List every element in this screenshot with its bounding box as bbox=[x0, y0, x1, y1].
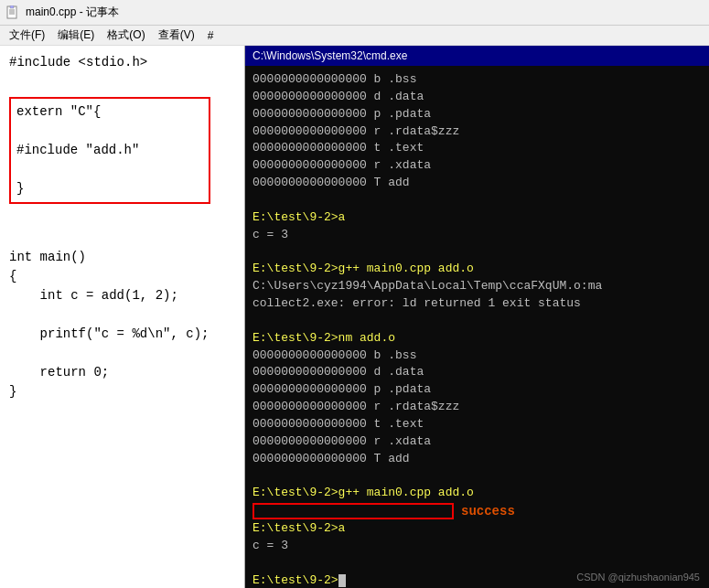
watermark: CSDN @qizhushaonian945 bbox=[576, 572, 700, 583]
term-cmd-gpp1: E:\test\9-2>g++ main0.cpp add.o bbox=[252, 261, 702, 278]
success-highlight-box bbox=[252, 503, 454, 519]
code-extern-open: extern "C"{ bbox=[16, 102, 203, 122]
title-bar: main0.cpp - 记事本 bbox=[0, 0, 709, 26]
terminal-title-bar: C:\Windows\System32\cmd.exe bbox=[245, 46, 709, 66]
term-cmd-a1: E:\test\9-2>a bbox=[252, 209, 702, 227]
term-add-2: 0000000000000000 T add bbox=[252, 451, 702, 468]
term-add-1: 0000000000000000 T add bbox=[252, 175, 702, 192]
code-return: return 0; bbox=[9, 363, 235, 382]
term-bss-1: 0000000000000000 b .bss bbox=[252, 71, 702, 89]
code-include-stdio: #include <stdio.h> bbox=[9, 53, 235, 72]
main-area: #include <stdio.h> extern "C"{ #include … bbox=[0, 46, 709, 588]
menu-file[interactable]: 文件(F) bbox=[4, 27, 50, 44]
menu-view[interactable]: 查看(V) bbox=[153, 27, 200, 44]
term-blank-5 bbox=[252, 555, 702, 572]
term-blank-2 bbox=[252, 243, 702, 261]
term-data-1: 0000000000000000 d .data bbox=[252, 89, 702, 106]
term-c3-2: c = 3 bbox=[252, 538, 702, 555]
code-brace-open: { bbox=[9, 267, 235, 286]
terminal-wrapper: C:\Windows\System32\cmd.exe 000000000000… bbox=[245, 46, 709, 588]
term-xdata-2: 0000000000000000 r .xdata bbox=[252, 433, 702, 451]
term-rdata-1: 0000000000000000 r .rdata$zzz bbox=[252, 123, 702, 141]
success-row: success bbox=[252, 503, 702, 519]
code-main-sig: int main() bbox=[9, 248, 235, 267]
success-label: success bbox=[461, 504, 515, 519]
code-blank-1 bbox=[9, 72, 235, 91]
window-title: main0.cpp - 记事本 bbox=[26, 5, 119, 20]
code-blank-4 bbox=[9, 209, 235, 229]
terminal-panel[interactable]: 0000000000000000 b .bss 0000000000000000… bbox=[245, 66, 709, 588]
menu-format[interactable]: 格式(O) bbox=[102, 27, 150, 44]
term-cmd-nm: E:\test\9-2>nm add.o bbox=[252, 330, 702, 347]
menu-bar: 文件(F) 编辑(E) 格式(O) 查看(V) # bbox=[0, 26, 709, 46]
extern-c-block: extern "C"{ #include "add.h" } bbox=[9, 97, 210, 204]
code-blank-6 bbox=[9, 305, 235, 325]
menu-extra[interactable]: # bbox=[202, 28, 220, 43]
term-bss-2: 0000000000000000 b .bss bbox=[252, 347, 702, 365]
code-int-c: int c = add(1, 2); bbox=[9, 286, 235, 305]
code-blank-2 bbox=[16, 122, 203, 141]
term-c3-1: c = 3 bbox=[252, 227, 702, 244]
term-pdata-2: 0000000000000000 p .pdata bbox=[252, 381, 702, 399]
terminal-cursor bbox=[338, 574, 346, 587]
term-data-2: 0000000000000000 d .data bbox=[252, 364, 702, 381]
term-xdata-1: 0000000000000000 r .xdata bbox=[252, 157, 702, 175]
menu-edit[interactable]: 编辑(E) bbox=[52, 27, 100, 44]
term-text-2: 0000000000000000 t .text bbox=[252, 416, 702, 433]
terminal-title-text: C:\Windows\System32\cmd.exe bbox=[252, 49, 407, 62]
editor-panel[interactable]: #include <stdio.h> extern "C"{ #include … bbox=[0, 46, 245, 588]
code-brace-close: } bbox=[9, 382, 235, 401]
term-blank-1 bbox=[252, 192, 702, 209]
term-text-1: 0000000000000000 t .text bbox=[252, 140, 702, 157]
code-blank-7 bbox=[9, 344, 235, 363]
code-include-add: #include "add.h" bbox=[16, 141, 203, 160]
term-pdata-1: 0000000000000000 p .pdata bbox=[252, 106, 702, 123]
term-cmd-a2: E:\test\9-2>a bbox=[252, 520, 702, 538]
term-cmd-gpp2: E:\test\9-2>g++ main0.cpp add.o bbox=[252, 485, 702, 502]
code-blank-5 bbox=[9, 229, 235, 248]
term-error-path: C:\Users\cyz1994\AppData\Local\Temp\ccaF… bbox=[252, 278, 702, 295]
term-error-msg: collect2.exe: error: ld returned 1 exit … bbox=[252, 295, 702, 313]
svg-rect-1 bbox=[10, 5, 14, 8]
code-printf: printf("c = %d\n", c); bbox=[9, 325, 235, 344]
term-rdata-2: 0000000000000000 r .rdata$zzz bbox=[252, 399, 702, 416]
term-blank-4 bbox=[252, 467, 702, 485]
code-extern-close: } bbox=[16, 179, 203, 198]
term-blank-3 bbox=[252, 313, 702, 330]
code-blank-3 bbox=[16, 160, 203, 179]
notepad-icon bbox=[5, 5, 20, 20]
